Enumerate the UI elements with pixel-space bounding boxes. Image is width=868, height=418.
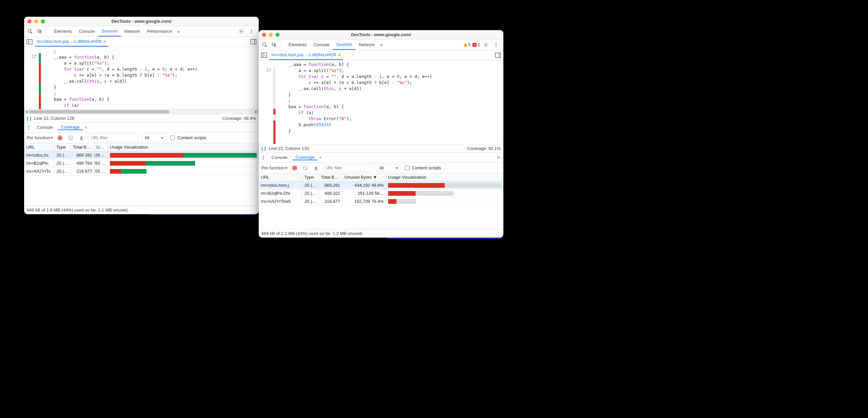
url-filter-input[interactable] <box>89 134 139 142</box>
cell-viz <box>108 167 259 175</box>
col-url[interactable]: URL <box>259 173 302 181</box>
record-button[interactable] <box>291 164 298 172</box>
file-tab[interactable]: m=cdos,hsm,jsa,…c,dtl0hd,eHDfl × <box>270 50 343 60</box>
tab-console[interactable]: Console <box>75 26 98 36</box>
svg-point-12 <box>29 127 30 128</box>
navigator-toggle-icon[interactable] <box>26 38 33 45</box>
tab-network[interactable]: Network <box>355 39 378 50</box>
cell-url: /m=cdos,hsm,j <box>259 181 302 189</box>
drawer-kebab-icon[interactable] <box>260 153 267 162</box>
drawer-tab-coverage[interactable]: Coverage <box>58 125 83 130</box>
drawer-tab-coverage[interactable]: Coverage <box>292 154 318 160</box>
tab-performance[interactable]: Performance <box>144 26 175 36</box>
file-tab[interactable]: m=cdos,hsm,jsa,…c,dtl0hd,eHDfl × <box>35 37 108 46</box>
type-filter-dropdown[interactable]: All <box>142 134 165 142</box>
table-row[interactable]: /rs=AA2YrTsJS (…216 877155 … <box>24 167 259 175</box>
content-scripts-checkbox[interactable]: Content scripts <box>403 165 441 171</box>
close-icon[interactable] <box>28 20 31 24</box>
coverage-table: URL Type Total B… Unused Bytes ▼ Usage V… <box>259 173 503 229</box>
warnings-badge[interactable]: 5 <box>464 42 471 47</box>
tab-elements[interactable]: Elements <box>285 39 310 50</box>
kebab-menu-icon[interactable] <box>247 28 255 35</box>
drawer-tab-console[interactable]: Console <box>268 155 291 160</box>
tab-elements[interactable]: Elements <box>51 26 75 36</box>
more-tabs-icon[interactable]: » <box>175 26 182 36</box>
svg-point-25 <box>263 155 264 156</box>
pretty-print-icon[interactable]: { } <box>261 146 266 151</box>
col-total[interactable]: Total B… <box>319 173 342 181</box>
debugger-toggle-icon[interactable] <box>495 52 501 59</box>
code-editor[interactable]: 22 _.aaa = function(a, b) { a = a.split(… <box>259 60 503 144</box>
coverage-type-dropdown[interactable]: Per function▾ <box>261 165 287 170</box>
tab-sources[interactable]: Sources <box>333 39 355 50</box>
col-unused[interactable]: U… <box>94 143 108 151</box>
export-button[interactable] <box>78 134 85 142</box>
close-icon[interactable] <box>262 33 266 37</box>
horizontal-scrollbar[interactable]: ◀▶ <box>24 109 259 114</box>
inspect-icon[interactable] <box>261 41 269 49</box>
editor-status-bar: { } Line 22, Column 130 Coverage: 50.1% <box>259 144 503 152</box>
svg-point-5 <box>251 31 252 32</box>
zoom-icon[interactable] <box>276 33 279 37</box>
close-file-icon[interactable]: × <box>103 39 106 44</box>
settings-icon[interactable] <box>237 28 245 35</box>
table-row[interactable]: /m=cdos,hsJS (…869 281435 … <box>24 151 259 159</box>
kebab-menu-icon[interactable] <box>492 41 500 49</box>
col-type[interactable]: Type <box>302 173 319 181</box>
col-viz[interactable]: Usage Visualization <box>386 173 503 181</box>
navigator-toggle-icon[interactable] <box>261 52 268 59</box>
tab-network[interactable]: Network <box>121 26 144 36</box>
tab-console[interactable]: Console <box>310 39 333 50</box>
record-button[interactable] <box>56 134 64 142</box>
close-drawer-icon[interactable]: × <box>495 154 502 161</box>
minimize-icon[interactable] <box>269 33 273 37</box>
drawer-kebab-icon[interactable] <box>26 124 32 132</box>
cell-unused: 291,129 58… <box>342 189 386 197</box>
col-type[interactable]: Type <box>54 143 71 151</box>
debugger-toggle-icon[interactable] <box>250 38 257 45</box>
code-editor[interactable]: 22 ; _.aaa = function(a, b) { a = a.spli… <box>24 47 259 109</box>
inspect-icon[interactable] <box>26 28 34 35</box>
cell-viz <box>108 151 259 159</box>
table-row[interactable]: /rs=AA2YrTsw5JS (…216,877152,739 70.4% <box>259 198 503 206</box>
drawer-tab-console[interactable]: Console <box>33 125 56 130</box>
devtools-window-left: DevTools - www.google.com/ Elements Cons… <box>24 17 259 214</box>
code-content: _.aaa = function(a, b) { a = a.split("%s… <box>274 60 503 144</box>
table-row[interactable]: /m=cdos,hsm,jJS (…869,281434,192 49.9% <box>259 181 503 189</box>
close-coverage-tab-icon[interactable]: × <box>319 155 322 160</box>
cell-type: JS (… <box>302 181 319 189</box>
table-row[interactable]: /m=B2qlPe,JS (…498 764293 … <box>24 159 259 167</box>
tab-sources[interactable]: Sources <box>98 26 121 36</box>
col-url[interactable]: URL <box>24 143 54 151</box>
errors-badge[interactable]: × 2 <box>472 42 480 47</box>
col-viz[interactable]: Usage Visualization <box>108 143 259 151</box>
cell-viz <box>386 189 503 197</box>
svg-point-17 <box>485 44 487 45</box>
coverage-toolbar: Per function▾ All Content scripts <box>24 133 259 143</box>
col-total[interactable]: Total B… <box>71 143 94 151</box>
minimize-icon[interactable] <box>34 20 38 24</box>
export-button[interactable] <box>312 164 320 172</box>
cell-total: 498 764 <box>71 159 94 167</box>
device-toggle-icon[interactable] <box>35 28 43 35</box>
clear-button[interactable] <box>67 134 74 142</box>
cell-type: JS (… <box>54 167 71 175</box>
zoom-icon[interactable] <box>41 20 45 24</box>
type-filter-dropdown[interactable]: All <box>377 164 400 172</box>
content-scripts-checkbox[interactable]: Content scripts <box>169 135 207 141</box>
drawer-tabbar: Console Coverage × <box>24 123 259 133</box>
table-row[interactable]: /m=B2qlPe,DhlJS (…499,102291,129 58… <box>259 189 503 198</box>
close-file-icon[interactable]: × <box>338 52 341 58</box>
settings-icon[interactable] <box>482 41 490 49</box>
coverage-type-dropdown[interactable]: Per function▾ <box>27 135 53 140</box>
col-unused[interactable]: Unused Bytes ▼ <box>342 173 386 181</box>
more-tabs-icon[interactable]: » <box>378 39 385 50</box>
close-coverage-tab-icon[interactable]: × <box>85 125 87 130</box>
cell-type: JS (… <box>302 198 319 205</box>
pretty-print-icon[interactable]: { } <box>27 116 31 121</box>
device-toggle-icon[interactable] <box>270 41 278 49</box>
url-filter-input[interactable] <box>323 164 373 172</box>
clear-button[interactable] <box>302 164 309 172</box>
sort-desc-icon: ▼ <box>373 175 377 180</box>
cell-unused: 434,192 49.9% <box>342 181 386 189</box>
